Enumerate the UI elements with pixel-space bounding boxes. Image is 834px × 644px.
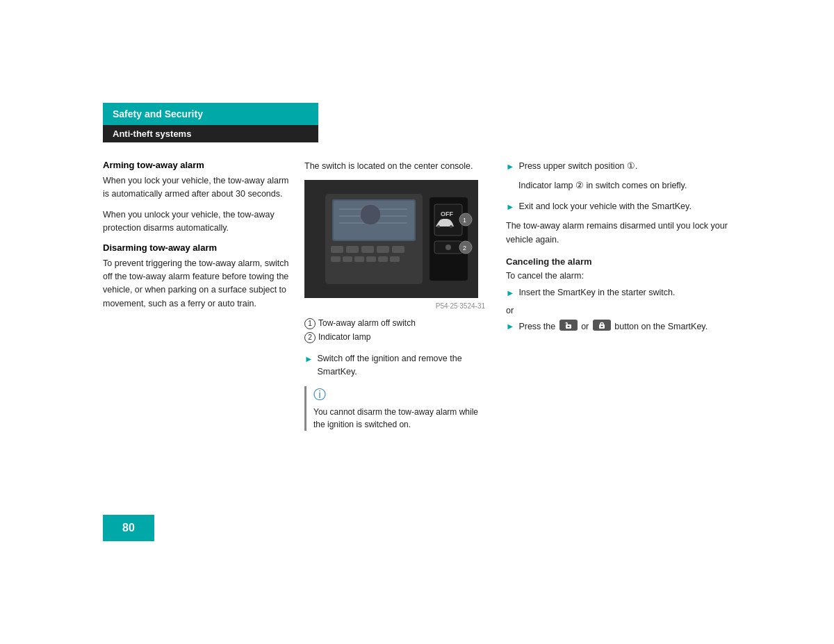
svg-text:1: 1 [463,217,466,224]
svg-point-22 [437,225,440,228]
content-area: Arming tow-away alarm When you lock your… [103,160,731,431]
svg-point-23 [450,225,452,228]
disarmed-note: The tow-away alarm remains disarmed unti… [506,220,731,247]
info-box: ⓘ You cannot disarm the tow-away alarm w… [304,386,485,431]
disarming-para: To prevent triggering the tow-away alarm… [103,257,291,311]
bullet-arrow-r4: ► [506,320,514,333]
svg-rect-13 [331,256,341,262]
page-number: 80 [103,515,154,541]
or-text: or [506,306,731,315]
circle-2: 2 [304,332,316,343]
header-sub-bar: Anti-theft systems [103,125,318,142]
image-caption: P54·25·3524-31 [304,302,485,310]
svg-rect-18 [390,256,400,262]
image-labels: 1 Tow-away alarm off switch 2 Indicator … [304,317,485,343]
indicator-note: Indicator lamp ② in switch comes on brie… [518,179,731,192]
subsection-title: Anti-theft systems [113,129,191,139]
intro-text: The switch is located on the center cons… [304,160,485,173]
svg-rect-16 [366,256,376,262]
car-image: OFF 1 2 [304,180,478,298]
bullet-1-text: Switch off the ignition and remove the S… [317,352,485,379]
arming-para1: When you lock your vehicle, the tow-away… [103,174,291,201]
svg-rect-9 [346,246,359,253]
middle-column: The switch is located on the center cons… [304,160,499,431]
svg-point-27 [445,245,451,250]
label-2-text: Indicator lamp [318,331,370,344]
header-section: Safety and Security Anti-theft systems [103,103,318,142]
cancel-title: Canceling the alarm [506,256,731,267]
arming-para2: When you unlock your vehicle, the tow-aw… [103,208,291,236]
svg-rect-8 [331,246,343,253]
bullet-press-switch-text: Press upper switch position ①. [518,160,637,174]
bullet-exit-lock-text: Exit and lock your vehicle with the Smar… [518,200,692,214]
smartkey-unlock-btn [559,320,578,331]
section-title: Safety and Security [113,108,203,119]
svg-rect-14 [343,256,352,262]
svg-text:OFF: OFF [441,210,453,217]
svg-rect-11 [377,246,389,253]
bullet-arrow-1: ► [304,353,313,379]
right-column: ► Press upper switch position ①. Indicat… [499,160,731,431]
bullet-insert-key: ► Insert the SmartKey in the starter swi… [506,286,731,300]
svg-point-7 [360,204,381,225]
car-console-svg: OFF 1 2 [304,180,478,298]
bullet-insert-key-text: Insert the SmartKey in the starter switc… [518,286,675,300]
svg-rect-15 [354,256,364,262]
svg-text:2: 2 [463,245,466,251]
smartkey-lock-btn [593,320,611,331]
label-1-text: Tow-away alarm off switch [318,317,416,330]
svg-rect-33 [600,326,603,327]
info-icon: ⓘ [313,386,485,403]
bullet-press-button: ► Press the or [506,320,731,333]
page-container: Safety and Security Anti-theft systems A… [0,0,834,644]
svg-rect-10 [361,246,374,253]
svg-rect-17 [378,256,388,262]
arming-title: Arming tow-away alarm [103,160,291,170]
bullet-press-button-text: Press the or [518,320,708,333]
cancel-intro: To cancel the alarm: [506,271,731,281]
disarming-title: Disarming tow-away alarm [103,242,291,253]
header-teal-bar: Safety and Security [103,103,318,125]
bullet-arrow-r3: ► [506,287,514,300]
label-item-1: 1 Tow-away alarm off switch [304,317,485,330]
left-column: Arming tow-away alarm When you lock your… [103,160,304,431]
bullet-press-switch: ► Press upper switch position ①. [506,160,731,174]
svg-rect-12 [392,246,404,253]
bullet-switch-ignition: ► Switch off the ignition and remove the… [304,352,485,379]
bullet-arrow-r1: ► [506,160,514,174]
bullet-arrow-r2: ► [506,201,514,214]
info-text: You cannot disarm the tow-away alarm whi… [313,406,485,431]
label-item-2: 2 Indicator lamp [304,331,485,344]
circle-1: 1 [304,318,316,329]
bullet-exit-lock: ► Exit and lock your vehicle with the Sm… [506,200,731,214]
svg-rect-31 [567,326,569,327]
